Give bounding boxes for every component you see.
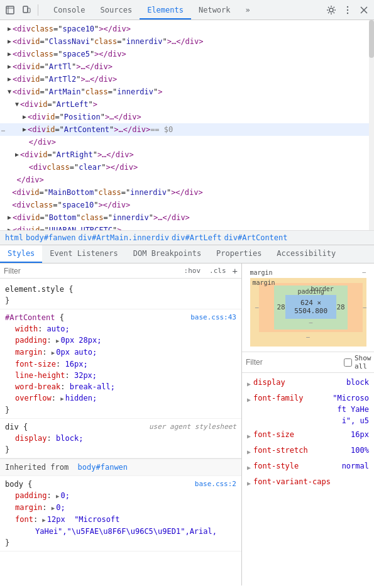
tree-line[interactable]: ▶ <div class="space5"></div> [0,48,374,60]
margin-dash: − [362,269,366,277]
tree-arrow[interactable]: ▶ [8,212,11,223]
tree-line[interactable]: ▶ <div class="space10"></div> [0,23,374,35]
rule-selector-line: base.css:2 body { [5,479,236,490]
tree-line[interactable]: <div class="clear"></div> [0,161,374,174]
breadcrumb-body[interactable]: body#fanwen [26,233,75,242]
box-border: border padding 28 [259,283,363,332]
tab-accessibility[interactable]: Accessibility [269,245,343,263]
toolbar-left-icons [3,3,41,18]
margin-body-triangle[interactable]: ▶ [52,505,55,511]
tree-line-selected[interactable]: … ▶ <div id="ArtContent">…</div> == $0 [0,123,374,136]
styles-add-button[interactable]: + [233,266,238,276]
tree-line[interactable]: <div id="MainBottom" class="innerdiv"></… [0,186,374,199]
tab-console[interactable]: Console [46,2,93,19]
html-panel: ▶ <div class="space10"></div> ▶ <div id=… [0,20,374,231]
computed-arrow-font-variant-caps[interactable]: ▶ [247,478,251,489]
breadcrumb-artleft[interactable]: div#ArtLeft [172,233,221,242]
box-margin: margin − border [250,278,366,347]
styles-cls-button[interactable]: .cls [207,265,229,276]
styles-hov-button[interactable]: :hov [182,265,204,276]
rule-element-style: element.style { } [0,281,241,309]
tree-arrow[interactable]: ▼ [15,99,19,110]
overflow-triangle[interactable]: ▶ [60,396,63,402]
tab-elements[interactable]: Elements [140,2,191,19]
settings-icon[interactable] [324,3,339,18]
computed-filter-input[interactable] [246,358,340,367]
toolbar: Console Sources Elements Network » [0,0,374,20]
styles-filter-input[interactable] [4,267,178,275]
tab-styles[interactable]: Styles [0,245,42,263]
prop-font-body-cont: YaHei","\u5FAE\u8F6F\u96C5\u9ED1",Arial, [5,526,236,537]
margin-left-val: − [255,304,260,312]
tree-arrow[interactable]: ▶ [8,225,11,231]
tree-arrow[interactable]: ▶ [15,149,19,160]
tree-arrow[interactable]: ▶ [23,124,26,135]
tree-line[interactable]: ▶ <div id="Position">…</div> [0,111,374,123]
breadcrumb-artcontent[interactable]: div#ArtContent [224,233,287,242]
computed-prop-display: ▶ display block [242,375,374,391]
prop-display: display: block; [5,433,236,444]
tab-event-listeners[interactable]: Event Listeners [42,245,125,263]
computed-arrow-font-family[interactable]: ▶ [247,394,251,406]
tree-line[interactable]: ▶ <div id="ClassNavi" class="innerdiv">…… [0,35,374,48]
toolbar-right-icons [324,3,371,18]
rule-closing: } [5,404,236,416]
prop-padding-body: padding: ▶0; [5,490,236,502]
tree-arrow[interactable]: ▶ [8,48,11,60]
tree-line[interactable]: ▶ <div id="ArtTl2">…</div> [0,73,374,86]
computed-arrow-font-size[interactable]: ▶ [247,431,251,442]
rule-source-link[interactable]: base.css:43 [190,312,236,323]
inherited-from-link[interactable]: body#fanwen [78,463,128,472]
styles-content: element.style { } base.css:43 #ArtConten… [0,279,241,585]
prop-line-height: line-height: 32px; [5,370,236,381]
tree-arrow[interactable]: ▶ [8,23,11,35]
tree-line[interactable]: ▶ <div id="ArtTl">…</div> [0,60,374,73]
tree-line[interactable]: ▶ <div id="ArtRight">…</div> [0,148,374,161]
tree-line[interactable]: </div> [0,174,374,186]
device-toggle-icon[interactable] [19,3,34,18]
close-icon[interactable] [356,3,371,18]
computed-arrow-font-style[interactable]: ▶ [247,462,251,474]
padding-triangle[interactable]: ▶ [56,338,59,344]
tree-line[interactable]: ▶ <div id="Bottom" class="innerdiv">…</d… [0,211,374,224]
tree-arrow[interactable]: ▶ [8,61,11,72]
computed-prop-font-style: ▶ font-style normal [242,459,374,475]
styles-filter-row: :hov .cls + [0,263,241,279]
inner-tab-bar: Styles Event Listeners DOM Breakpoints P… [0,245,374,263]
breadcrumb-artmain[interactable]: div#ArtMain.innerdiv [78,233,169,242]
tab-sources[interactable]: Sources [93,2,140,19]
computed-arrow-display[interactable]: ▶ [247,379,251,390]
tab-network[interactable]: Network [191,2,238,19]
breadcrumb-html[interactable]: html [5,233,23,242]
tree-line[interactable]: </div> [0,136,374,148]
padding-body-triangle[interactable]: ▶ [56,493,59,499]
font-body-triangle[interactable]: ▶ [42,517,45,523]
tree-line[interactable]: ▼ <div id="ArtLeft"> [0,98,374,111]
computed-arrow-font-stretch[interactable]: ▶ [247,447,251,458]
tree-arrow[interactable]: ▶ [8,36,11,47]
more-options-icon[interactable] [340,3,355,18]
margin-triangle[interactable]: ▶ [52,350,55,356]
html-tree: ▶ <div class="space10"></div> ▶ <div id=… [0,20,374,231]
inspect-icon[interactable] [3,3,18,18]
prop-font-body: font: ▶12px "Microsoft [5,514,236,526]
rule-source-base2[interactable]: base.css:2 [195,479,236,490]
tree-line[interactable]: <div class="space10"></div> [0,199,374,211]
tree-arrow[interactable]: ▶ [23,111,26,123]
tree-line[interactable]: ▶ <div id="UUARAN_UTRCFTC">… [0,224,374,231]
svg-rect-0 [6,6,14,14]
tab-properties[interactable]: Properties [209,245,269,263]
toolbar-separator [38,4,38,16]
padding-left-val: 28 [277,303,285,311]
html-panel-scrollthumb[interactable] [369,20,374,58]
html-panel-scrollbar[interactable] [369,20,374,230]
tree-arrow[interactable]: ▼ [8,86,11,97]
tree-arrow[interactable]: ▶ [8,74,11,85]
show-all-checkbox-label[interactable]: Show all [344,354,371,370]
tree-line[interactable]: ▼ <div id="ArtMain" class="innerdiv"> [0,86,374,98]
tab-dom-breakpoints[interactable]: DOM Breakpoints [126,245,209,263]
show-all-checkbox[interactable] [344,358,352,367]
margin-bottom-display: − [255,332,361,341]
box-model: margin − margin − border [250,269,366,347]
tab-more[interactable]: » [238,2,258,19]
